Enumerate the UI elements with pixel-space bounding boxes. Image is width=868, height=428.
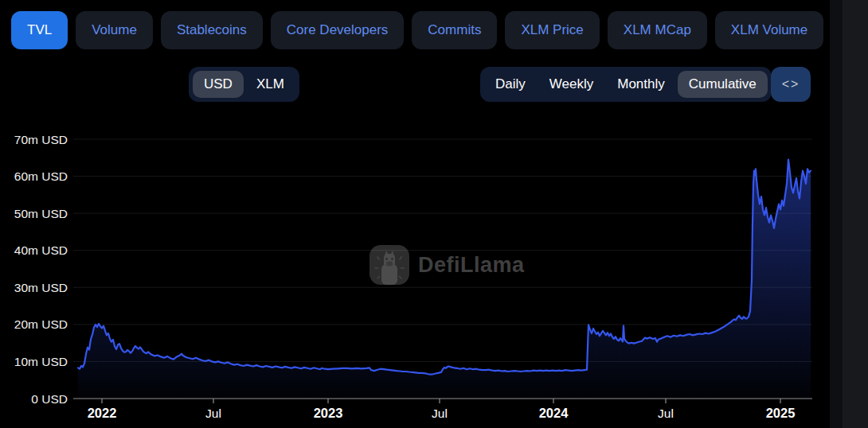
y-axis-tick-label: 0 USD — [31, 392, 68, 406]
code-embed-icon: <> — [782, 77, 800, 91]
currency-option-usd[interactable]: USD — [193, 71, 244, 98]
y-axis-tick-label: 20m USD — [14, 317, 68, 331]
tab-xlm-volume[interactable]: XLM Volume — [715, 11, 823, 49]
interval-option-weekly[interactable]: Weekly — [538, 71, 604, 98]
embed-code-button[interactable]: <> — [771, 67, 811, 102]
tab-xlm-mcap[interactable]: XLM MCap — [608, 11, 707, 49]
tab-stablecoins[interactable]: Stablecoins — [161, 11, 263, 49]
interval-option-monthly[interactable]: Monthly — [606, 71, 676, 98]
interval-option-cumulative[interactable]: Cumulative — [678, 71, 768, 98]
axes — [73, 399, 812, 403]
y-axis-tick-label: 70m USD — [14, 133, 68, 146]
x-axis-tick-label: 2023 — [314, 406, 343, 420]
area-fill — [78, 160, 811, 399]
x-axis-tick-label: Jul — [432, 407, 448, 420]
gridlines — [73, 139, 812, 361]
y-axis-tick-label: 40m USD — [14, 243, 68, 257]
right-gutter-inner — [830, 0, 843, 428]
y-axis-tick-label: 30m USD — [14, 281, 68, 294]
y-axis-tick-label: 60m USD — [14, 169, 68, 183]
scrollbar-track[interactable] — [843, 0, 868, 428]
x-axis-tick-label: Jul — [205, 407, 221, 420]
tab-xlm-price[interactable]: XLM Price — [505, 11, 599, 49]
tab-commits[interactable]: Commits — [412, 11, 497, 49]
x-axis-tick-label: 2022 — [88, 406, 117, 420]
x-axis-tick-label: 2024 — [539, 406, 569, 420]
tab-tvl[interactable]: TVL — [11, 11, 68, 49]
currency-option-xlm[interactable]: XLM — [245, 71, 295, 98]
tab-core-developers[interactable]: Core Developers — [271, 11, 405, 49]
x-axis-tick-label: Jul — [658, 407, 674, 420]
tab-volume[interactable]: Volume — [76, 11, 153, 49]
y-axis-tick-label: 10m USD — [14, 355, 68, 368]
interval-option-daily[interactable]: Daily — [484, 71, 537, 98]
interval-toggle: DailyWeeklyMonthlyCumulative — [480, 67, 772, 102]
x-axis-tick-label: 2025 — [766, 406, 796, 420]
tvl-series — [78, 160, 811, 399]
metric-tabs: TVLVolumeStablecoinsCore DevelopersCommi… — [11, 11, 823, 49]
currency-toggle: USDXLM — [189, 67, 299, 102]
y-axis-tick-label: 50m USD — [14, 207, 68, 220]
tvl-chart-canvas[interactable]: 0 USD10m USD20m USD30m USD40m USD50m USD… — [0, 0, 868, 428]
